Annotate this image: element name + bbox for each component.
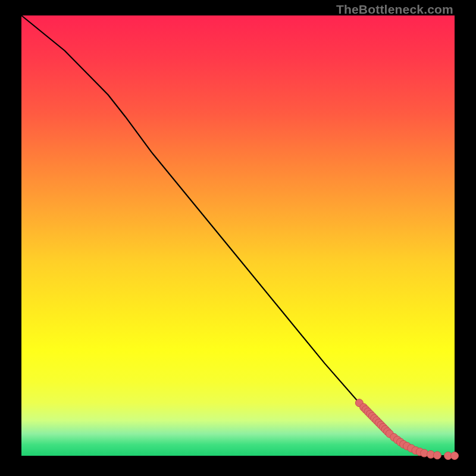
watermark-text: TheBottleneck.com (336, 2, 453, 17)
data-point (433, 452, 441, 459)
data-point (451, 452, 459, 460)
chart-overlay (21, 15, 455, 456)
data-points (355, 399, 458, 460)
main-curve (21, 15, 455, 456)
chart-stage: TheBottleneck.com (0, 0, 476, 476)
